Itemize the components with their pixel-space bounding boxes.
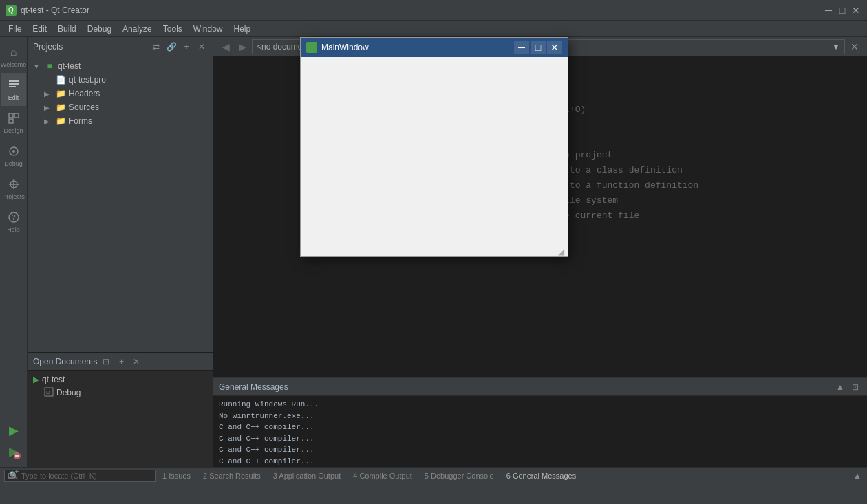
tab-compile-output[interactable]: 4 Compile Output: [347, 470, 418, 481]
menu-file[interactable]: File: [3, 23, 27, 35]
status-bar: 🔍 Type to locate (Ctrl+K) 1 Issues 2 Sea…: [0, 467, 867, 483]
tab-general-messages[interactable]: 6 General Messages: [501, 470, 582, 481]
status-chevron-up[interactable]: ▲: [852, 470, 863, 481]
open-docs-close[interactable]: ✕: [130, 355, 142, 368]
arrow-sources: ▶: [44, 104, 55, 111]
sidebar-label-design: Design: [3, 127, 23, 134]
editor-close-button[interactable]: ✕: [848, 40, 861, 54]
app-title: qt-test - Qt Creator: [21, 6, 823, 15]
projects-header: Projects ⇄ 🔗 + ✕: [28, 37, 213, 56]
file-pro-icon: 📄: [55, 74, 66, 85]
edit-icon: [7, 78, 21, 92]
title-bar: Q qt-test - Qt Creator ─ □ ✕: [0, 0, 867, 21]
doc-debug-icon: D: [44, 387, 54, 398]
tab-debugger-console[interactable]: 5 Debugger Console: [419, 470, 500, 481]
gm-title: General Messages: [219, 382, 288, 392]
close-panel-icon[interactable]: ✕: [195, 41, 208, 53]
mw-title-text: MainWindow: [321, 43, 510, 52]
doc-subitem-debug[interactable]: D Debug: [30, 386, 211, 399]
svg-text:D: D: [46, 389, 50, 395]
tree-item-qt-test[interactable]: ▼ ■ qt-test: [28, 59, 213, 73]
gm-line-2: No winrtrunner.exe...: [219, 410, 861, 422]
debug-icon: [7, 144, 21, 158]
sidebar-item-design[interactable]: Design: [1, 106, 26, 139]
menu-debug[interactable]: Debug: [82, 23, 117, 35]
link-icon[interactable]: 🔗: [165, 41, 178, 53]
tab-search-results[interactable]: 2 Search Results: [197, 470, 266, 481]
run-button[interactable]: ▶: [1, 420, 26, 441]
tree-item-headers[interactable]: ▶ 📁 Headers: [28, 87, 213, 100]
gm-collapse-button[interactable]: ▲: [834, 381, 846, 393]
sidebar: ⌂ Welcome Edit Design: [0, 37, 28, 467]
mw-maximize-button[interactable]: □: [531, 41, 546, 54]
design-icon: [7, 111, 21, 125]
gm-expand-button[interactable]: ⊡: [849, 381, 861, 393]
nav-forward-button[interactable]: ▶: [235, 40, 249, 54]
nav-back-button[interactable]: ◀: [219, 40, 233, 54]
sidebar-item-edit[interactable]: Edit: [1, 73, 26, 106]
mw-minimize-button[interactable]: ─: [514, 41, 529, 54]
sidebar-item-welcome[interactable]: ⌂ Welcome: [1, 40, 26, 73]
tree-label-qt-test-pro: qt-test.pro: [69, 75, 106, 85]
menu-help[interactable]: Help: [228, 23, 257, 35]
sidebar-item-projects[interactable]: Projects: [1, 172, 26, 205]
open-docs-header: Open Documents ⊡ + ✕: [28, 353, 213, 371]
projects-panel-title: Projects: [33, 42, 147, 52]
doc-run-icon: ▶: [33, 375, 39, 384]
menu-edit[interactable]: Edit: [27, 23, 52, 35]
menu-analyze[interactable]: Analyze: [117, 23, 158, 35]
tree-item-qt-test-pro[interactable]: 📄 qt-test.pro: [28, 73, 213, 87]
open-docs-panel: Open Documents ⊡ + ✕ ▶ qt-test D: [28, 352, 213, 467]
forms-folder-icon: 📁: [55, 116, 66, 127]
headers-folder-icon: 📁: [55, 88, 66, 99]
tab-app-output[interactable]: 3 Application Output: [268, 470, 346, 481]
build-button[interactable]: [1, 464, 26, 485]
sidebar-item-debug[interactable]: Debug: [1, 139, 26, 172]
sync-icon[interactable]: ⇄: [150, 41, 162, 53]
add-file-icon[interactable]: +: [180, 41, 193, 53]
gm-line-3: C and C++ compiler...: [219, 421, 861, 433]
mw-body: ◢: [301, 57, 568, 256]
tree-label-qt-test: qt-test: [58, 61, 81, 71]
menu-bar: File Edit Build Debug Analyze Tools Wind…: [0, 21, 867, 37]
tree-item-sources[interactable]: ▶ 📁 Sources: [28, 100, 213, 114]
left-panel: Projects ⇄ 🔗 + ✕ ▼ ■ qt-test 📄 qt-test.p…: [28, 37, 213, 467]
welcome-icon: ⌂: [7, 45, 21, 59]
help-icon: ?: [7, 210, 21, 224]
tree-item-forms[interactable]: ▶ 📁 Forms: [28, 114, 213, 128]
tree-label-sources: Sources: [69, 102, 99, 112]
sidebar-item-help[interactable]: ? Help: [1, 205, 26, 238]
svg-rect-4: [14, 113, 19, 118]
svg-point-7: [12, 150, 15, 153]
projects-icon: [7, 177, 21, 191]
svg-text:?: ?: [12, 214, 16, 221]
menu-build[interactable]: Build: [52, 23, 82, 35]
project-icon: ■: [44, 61, 55, 72]
open-docs-add[interactable]: +: [115, 355, 127, 368]
tab-issues[interactable]: 1 Issues: [157, 470, 196, 481]
svg-rect-3: [9, 113, 13, 118]
file-tree: ▼ ■ qt-test 📄 qt-test.pro ▶ 📁 Headers ▶ …: [28, 56, 213, 352]
minimize-button[interactable]: ─: [823, 5, 834, 16]
menu-tools[interactable]: Tools: [158, 23, 188, 35]
open-docs-title: Open Documents: [33, 357, 97, 366]
svg-rect-1: [9, 83, 19, 85]
doc-item-label: qt-test: [42, 375, 65, 384]
svg-rect-0: [9, 80, 19, 82]
tree-label-forms: Forms: [69, 116, 92, 126]
menu-window[interactable]: Window: [188, 23, 228, 35]
gm-header: General Messages ▲ ⊡: [213, 378, 867, 396]
mw-resize-handle[interactable]: ◢: [558, 247, 566, 255]
app-icon: Q: [6, 5, 17, 16]
run-debug-button[interactable]: [1, 442, 26, 463]
doc-selector-arrow: ▼: [832, 42, 840, 52]
mw-close-button[interactable]: ✕: [547, 41, 562, 54]
open-docs-filter[interactable]: ⊡: [100, 355, 112, 368]
gm-line-4: C and C++ compiler...: [219, 433, 861, 445]
doc-item-qt-test[interactable]: ▶ qt-test: [30, 373, 211, 386]
arrow-forms: ▶: [44, 118, 55, 125]
gm-line-5: C and C++ compiler...: [219, 444, 861, 456]
svg-rect-2: [9, 86, 16, 87]
maximize-button[interactable]: □: [837, 5, 848, 16]
close-button[interactable]: ✕: [850, 5, 861, 16]
